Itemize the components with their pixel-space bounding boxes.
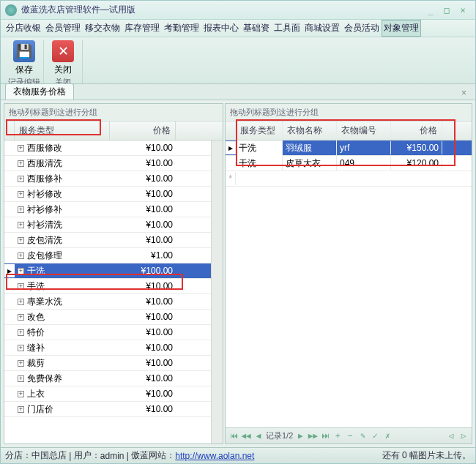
nav-prev-icon[interactable]: ◀ bbox=[253, 431, 264, 441]
toolbar-group-close: ✕ 关闭 关闭 bbox=[44, 40, 83, 83]
status-url-link[interactable]: http://www.aolan.net bbox=[175, 451, 254, 461]
table-row[interactable]: +门店价 ¥10.00 bbox=[4, 402, 211, 417]
record-navigator: ⏮ ◀◀ ◀ 记录1/2 ▶ ▶▶ ⏭ + − ✎ ✓ ✗ ◁ ▷ bbox=[226, 427, 472, 444]
row-marker-icon bbox=[4, 362, 15, 364]
table-row[interactable]: +專業水洗 ¥10.00 bbox=[4, 294, 211, 310]
col-price[interactable]: 价格 bbox=[110, 121, 176, 140]
table-row[interactable]: +裁剪 ¥10.00 bbox=[4, 356, 211, 371]
nav-add-icon[interactable]: + bbox=[332, 431, 343, 441]
table-row[interactable]: +改色 ¥10.00 bbox=[4, 310, 211, 325]
expand-icon[interactable]: + bbox=[18, 391, 24, 397]
new-row-marker-icon: * bbox=[226, 172, 236, 185]
maximize-button[interactable]: □ bbox=[439, 5, 455, 15]
row-marker-icon bbox=[4, 392, 15, 395]
menu-item[interactable]: 工具面 bbox=[272, 20, 302, 37]
vertical-scrollbar[interactable] bbox=[211, 141, 223, 444]
expand-icon[interactable]: + bbox=[18, 206, 24, 213]
cell-service-type: +衬衫修改 bbox=[15, 187, 110, 202]
nav-scroll-left-icon[interactable]: ◁ bbox=[446, 431, 456, 441]
table-row[interactable]: 干洗 皮草大衣 049 ¥120.00 bbox=[226, 156, 472, 171]
table-row[interactable]: +西服清洗 ¥10.00 bbox=[4, 156, 211, 171]
expand-icon[interactable]: + bbox=[18, 299, 24, 305]
save-button[interactable]: 💾 保存 bbox=[8, 40, 40, 76]
nav-edit-icon[interactable]: ✎ bbox=[357, 431, 368, 441]
table-row[interactable]: +皮包修理 ¥1.00 bbox=[4, 248, 211, 263]
close-window-button[interactable]: × bbox=[455, 5, 471, 15]
expand-icon[interactable]: + bbox=[18, 222, 24, 228]
menu-item[interactable]: 报表中心 bbox=[201, 20, 241, 37]
menu-item[interactable]: 会员活动 bbox=[342, 20, 382, 37]
nav-first-icon[interactable]: ⏮ bbox=[228, 431, 239, 441]
menu-item[interactable]: 库存管理 bbox=[122, 20, 162, 37]
col-price[interactable]: 价格 bbox=[391, 121, 442, 140]
left-grid-panel: 拖动列标题到这进行分组 服务类型 价格 +西服修改 ¥10.00 +西服清洗 ¥… bbox=[4, 103, 223, 444]
table-row[interactable]: +上衣 ¥10.00 bbox=[4, 386, 211, 402]
table-row[interactable]: ▸ +干洗 ¥100.00 bbox=[4, 263, 211, 279]
menu-item[interactable]: 考勤管理 bbox=[162, 20, 201, 37]
cell-price: ¥10.00 bbox=[110, 233, 176, 247]
table-row[interactable]: +西服修改 ¥10.00 bbox=[4, 141, 211, 156]
row-marker-icon: ▸ bbox=[4, 264, 15, 277]
close-button[interactable]: ✕ 关闭 bbox=[47, 40, 79, 76]
cell-service-type: +皮包清洗 bbox=[15, 233, 110, 248]
menu-item[interactable]: 移交衣物 bbox=[83, 20, 122, 37]
expand-icon[interactable]: + bbox=[18, 360, 24, 367]
expand-icon[interactable]: + bbox=[18, 237, 24, 244]
nav-remove-icon[interactable]: − bbox=[345, 431, 355, 441]
nav-last-icon[interactable]: ⏭ bbox=[320, 431, 330, 441]
table-row[interactable]: +衬衫修改 ¥10.00 bbox=[4, 187, 211, 202]
row-marker-icon bbox=[4, 377, 15, 380]
status-branch-label: 分店： bbox=[5, 449, 31, 462]
save-icon: 💾 bbox=[13, 40, 35, 62]
menu-item[interactable]: 基础资 bbox=[241, 20, 272, 37]
expand-icon[interactable]: + bbox=[18, 345, 24, 351]
col-service-type[interactable]: 服务类型 bbox=[236, 121, 283, 140]
expand-icon[interactable]: + bbox=[18, 145, 24, 151]
col-item-code[interactable]: 衣物编号 bbox=[337, 121, 391, 140]
table-row[interactable]: +特价 ¥10.00 bbox=[4, 325, 211, 340]
nav-next-icon[interactable]: ▶ bbox=[295, 431, 305, 441]
col-service-type[interactable]: 服务类型 bbox=[15, 121, 110, 140]
menu-item[interactable]: 商城设置 bbox=[302, 20, 342, 37]
cell-price: ¥10.00 bbox=[110, 280, 176, 293]
nav-prevpage-icon[interactable]: ◀◀ bbox=[241, 431, 251, 441]
expand-icon[interactable]: + bbox=[18, 176, 24, 182]
app-logo-icon bbox=[5, 4, 17, 16]
left-grid-body[interactable]: +西服修改 ¥10.00 +西服清洗 ¥10.00 +西服修补 ¥10.00 +… bbox=[4, 141, 211, 444]
expand-icon[interactable]: + bbox=[18, 268, 24, 274]
cell-price: ¥1.00 bbox=[110, 249, 176, 262]
expand-icon[interactable]: + bbox=[18, 252, 24, 259]
expand-icon[interactable]: + bbox=[18, 406, 24, 413]
tab-service-price[interactable]: 衣物服务价格 bbox=[5, 83, 74, 100]
menu-item[interactable]: 分店收银 bbox=[4, 20, 43, 37]
nav-scroll-right-icon[interactable]: ▷ bbox=[458, 431, 469, 441]
col-item-name[interactable]: 衣物名称 bbox=[283, 121, 337, 140]
expand-icon[interactable]: + bbox=[18, 160, 24, 167]
table-row[interactable]: +衬衫清洗 ¥10.00 bbox=[4, 217, 211, 233]
table-row[interactable]: +手洗 ¥10.00 bbox=[4, 279, 211, 294]
table-row[interactable]: ▸ 干洗 羽绒服 yrf ¥150.00 bbox=[226, 141, 472, 156]
status-branch: 中国总店 bbox=[31, 449, 67, 462]
table-row[interactable]: +西服修补 ¥10.00 bbox=[4, 171, 211, 187]
new-row[interactable]: * bbox=[226, 171, 472, 187]
expand-icon[interactable]: + bbox=[18, 191, 24, 198]
expand-icon[interactable]: + bbox=[18, 329, 24, 336]
nav-check-icon[interactable]: ✓ bbox=[370, 431, 380, 441]
tab-close-button[interactable]: × bbox=[457, 86, 471, 100]
table-row[interactable]: +皮包清洗 ¥10.00 bbox=[4, 233, 211, 248]
table-row[interactable]: +免费保养 ¥10.00 bbox=[4, 371, 211, 386]
expand-icon[interactable]: + bbox=[18, 314, 24, 321]
cell-price: ¥10.00 bbox=[110, 157, 176, 170]
right-grid-header: 服务类型 衣物名称 衣物编号 价格 bbox=[226, 121, 472, 141]
right-grid-body[interactable]: ▸ 干洗 羽绒服 yrf ¥150.00 干洗 皮草大衣 049 ¥120.00… bbox=[226, 141, 472, 427]
table-row[interactable]: +衬衫修补 ¥10.00 bbox=[4, 202, 211, 217]
expand-icon[interactable]: + bbox=[18, 283, 24, 290]
minimize-button[interactable]: _ bbox=[423, 5, 439, 15]
menu-item[interactable]: 对象管理 bbox=[382, 20, 421, 37]
nav-nextpage-icon[interactable]: ▶▶ bbox=[308, 431, 318, 441]
left-grid-header: 服务类型 价格 bbox=[4, 121, 223, 141]
nav-cancel-icon[interactable]: ✗ bbox=[382, 431, 393, 441]
menu-item[interactable]: 会员管理 bbox=[43, 20, 83, 37]
table-row[interactable]: +缝补 ¥10.00 bbox=[4, 340, 211, 356]
expand-icon[interactable]: + bbox=[18, 375, 24, 382]
